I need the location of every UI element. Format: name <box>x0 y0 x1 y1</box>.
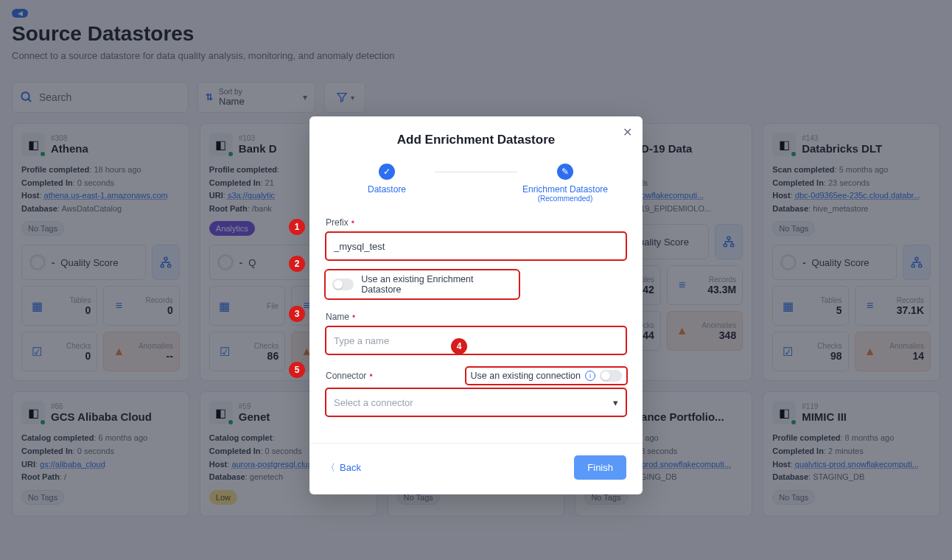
callout-3: 3 <box>289 306 305 322</box>
chevron-down-icon: ▾ <box>613 397 618 408</box>
finish-button[interactable]: Finish <box>574 455 626 480</box>
modal-title: Add Enrichment Datastore <box>309 133 643 147</box>
add-enrichment-modal: ✕ Add Enrichment Datastore ✓ Datastore ✎… <box>309 116 643 494</box>
required-icon: • <box>369 371 372 381</box>
back-button[interactable]: 〈 Back <box>326 461 361 475</box>
close-icon[interactable]: ✕ <box>623 125 632 139</box>
callout-1: 1 <box>289 219 305 235</box>
use-existing-toggle[interactable] <box>332 279 354 290</box>
callout-4: 4 <box>451 338 467 354</box>
prefix-label: Prefix <box>326 217 349 228</box>
use-connection-toggle[interactable] <box>600 370 622 382</box>
callout-2: 2 <box>289 256 305 272</box>
chevron-left-icon: 〈 <box>326 461 335 475</box>
stepper: ✓ Datastore ✎ Enrichment Datastore (Reco… <box>339 164 613 203</box>
step-current-icon: ✎ <box>557 164 573 180</box>
required-icon: • <box>351 217 354 228</box>
step1-label: Datastore <box>368 184 406 195</box>
back-label: Back <box>340 462 361 473</box>
prefix-input[interactable] <box>326 232 626 260</box>
callout-5: 5 <box>289 362 305 378</box>
name-input[interactable] <box>326 326 626 354</box>
connector-select[interactable]: Select a connector ▾ <box>326 388 626 416</box>
name-label: Name <box>326 312 349 322</box>
step-done-icon: ✓ <box>379 164 395 180</box>
modal-overlay: ✕ Add Enrichment Datastore ✓ Datastore ✎… <box>0 0 952 560</box>
use-conn-label: Use an existing connection <box>471 371 581 381</box>
step2-sub: (Recommended) <box>538 195 592 203</box>
use-existing-label: Use an existing Enrichment Datastore <box>361 274 512 295</box>
connector-label: Connector <box>326 371 366 381</box>
required-icon: • <box>352 312 355 322</box>
step2-label: Enrichment Datastore <box>522 184 608 195</box>
connector-placeholder: Select a connector <box>334 397 413 408</box>
info-icon[interactable]: i <box>585 371 595 381</box>
